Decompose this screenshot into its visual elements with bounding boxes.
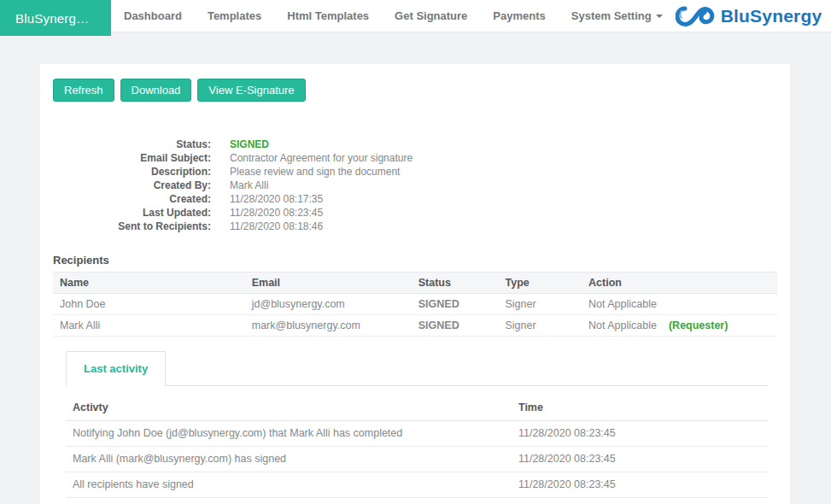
- document-detail-card: Refresh Download View E-Signature Status…: [40, 64, 790, 504]
- email-subject-label: Email Subject:: [53, 151, 211, 165]
- email-subject-value: Contractor Agreement for your signature: [230, 151, 413, 165]
- view-esignature-button[interactable]: View E-Signature: [197, 79, 305, 102]
- sent-to-recipients-label: Sent to Recipients:: [53, 220, 211, 233]
- list-item: Notifying John Doe (jd@blusynergy.com) t…: [66, 421, 768, 447]
- recipient-name: Mark Alli: [53, 315, 245, 337]
- recipient-action-text: Not Applicable: [588, 319, 657, 331]
- last-updated-value: 11/28/2020 08:23:45: [230, 206, 323, 220]
- requester-badge: (Requester): [669, 319, 728, 331]
- col-header-action: Action: [582, 273, 777, 294]
- recipient-action: Not Applicable(Requester): [582, 315, 777, 337]
- created-by-value: Mark Alli: [230, 179, 268, 192]
- col-header-status: Status: [412, 273, 499, 294]
- nav-item-dashboard[interactable]: Dashboard: [111, 0, 195, 32]
- table-row: John Doe jd@blusynergy.com SIGNED Signer…: [53, 294, 777, 315]
- activity-time: 11/28/2020 08:23:45: [512, 447, 768, 472]
- activity-text: Mark Alli (mark@blusynergy.com) has sign…: [66, 447, 512, 472]
- recipients-table: Name Email Status Type Action John Doe j…: [53, 272, 777, 337]
- brand-box[interactable]: BluSynerg…: [0, 0, 111, 36]
- recipient-action: Not Applicable: [582, 294, 777, 315]
- detail-row-sent-to-recipients: Sent to Recipients: 11/28/2020 08:18:46: [53, 220, 777, 233]
- col-header-email: Email: [245, 273, 412, 294]
- sent-to-recipients-value: 11/28/2020 08:18:46: [230, 220, 323, 233]
- description-value: Please review and sign the document: [230, 165, 400, 179]
- recipient-type: Signer: [499, 315, 582, 337]
- chevron-down-icon: [656, 15, 663, 18]
- created-value: 11/28/2020 08:17:35: [230, 192, 323, 206]
- activity-text: Review Signature request page has been o…: [66, 498, 512, 504]
- toolbar: Refresh Download View E-Signature: [53, 79, 777, 102]
- col-header-type: Type: [499, 273, 582, 294]
- nav-item-templates[interactable]: Templates: [195, 0, 274, 32]
- activity-header-row: Activty Time: [66, 395, 768, 421]
- refresh-button[interactable]: Refresh: [53, 79, 114, 102]
- nav-dropdown-system-setting[interactable]: System Setting: [559, 0, 676, 32]
- recipient-status: SIGNED: [412, 294, 499, 315]
- detail-row-description: Description: Please review and sign the …: [53, 165, 777, 179]
- nav-item-get-signature[interactable]: Get Signature: [382, 0, 480, 32]
- recipient-email: mark@blusynergy.com: [245, 315, 412, 337]
- detail-row-created-by: Created By: Mark Alli: [53, 179, 777, 192]
- status-value: SIGNED: [230, 138, 269, 151]
- blusynergy-logo-text: BluSynergy: [721, 6, 822, 26]
- detail-row-email-subject: Email Subject: Contractor Agreement for …: [53, 151, 777, 165]
- document-details: Status: SIGNED Email Subject: Contractor…: [53, 138, 777, 233]
- list-item: Mark Alli (mark@blusynergy.com) has sign…: [66, 447, 768, 472]
- recipients-header-row: Name Email Status Type Action: [53, 273, 777, 294]
- detail-row-created: Created: 11/28/2020 08:17:35: [53, 192, 777, 206]
- col-header-name: Name: [53, 273, 245, 294]
- status-label: Status:: [53, 138, 211, 151]
- nav-menu: Dashboard Templates Html Templates Get S…: [111, 0, 676, 32]
- detail-row-last-updated: Last Updated: 11/28/2020 08:23:45: [53, 206, 777, 220]
- col-header-time: Time: [512, 395, 768, 421]
- table-row: Mark Alli mark@blusynergy.com SIGNED Sig…: [53, 315, 777, 337]
- activity-text: All recipients have signed: [66, 472, 512, 498]
- created-label: Created:: [53, 192, 211, 206]
- list-item: All recipients have signed 11/28/2020 08…: [66, 472, 768, 498]
- col-header-activity: Activty: [66, 395, 512, 421]
- tab-last-activity[interactable]: Last activity: [66, 351, 166, 386]
- activity-time: 11/28/2020 08:23:45: [512, 421, 768, 447]
- nav-item-html-templates[interactable]: Html Templates: [274, 0, 382, 32]
- nav-item-payments[interactable]: Payments: [480, 0, 558, 32]
- detail-row-status: Status: SIGNED: [53, 138, 777, 151]
- activity-time: 11/28/2020 08:23:08: [512, 498, 768, 504]
- activity-text: Notifying John Doe (jd@blusynergy.com) t…: [66, 421, 512, 447]
- download-button[interactable]: Download: [120, 79, 192, 102]
- activity-time: 11/28/2020 08:23:45: [512, 472, 768, 498]
- recipient-status: SIGNED: [412, 315, 499, 337]
- created-by-label: Created By:: [53, 179, 211, 192]
- last-updated-label: Last Updated:: [53, 206, 211, 220]
- activity-section: Last activity Activty Time Notifying Joh…: [66, 350, 768, 504]
- recipient-email: jd@blusynergy.com: [245, 294, 412, 315]
- recipients-heading: Recipients: [53, 254, 777, 267]
- top-navbar: BluSynerg… Dashboard Templates Html Temp…: [0, 0, 831, 32]
- recipient-name: John Doe: [53, 294, 245, 315]
- recipient-type: Signer: [499, 294, 582, 315]
- description-label: Description:: [53, 165, 211, 179]
- blusynergy-logo[interactable]: BluSynergy: [676, 4, 822, 27]
- list-item: Review Signature request page has been o…: [66, 498, 768, 504]
- activity-tabbar: Last activity: [66, 350, 768, 386]
- blusynergy-logo-icon: [676, 4, 715, 27]
- activity-table: Activty Time Notifying John Doe (jd@blus…: [66, 395, 768, 504]
- system-setting-label: System Setting: [571, 9, 652, 22]
